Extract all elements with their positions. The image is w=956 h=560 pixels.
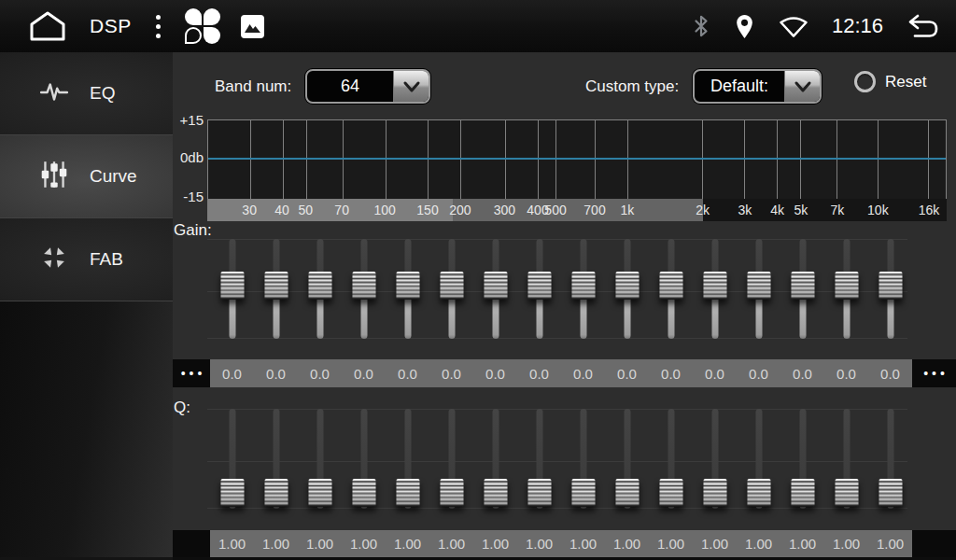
- frequency-axis[interactable]: 304050701001502003004005007001k2k3k4k5k7…: [207, 199, 947, 221]
- gain-slider[interactable]: [561, 239, 605, 339]
- freq-tick-label: 700: [583, 203, 605, 217]
- q-slider[interactable]: [342, 409, 386, 509]
- gain-slider[interactable]: [737, 239, 780, 339]
- gain-slider[interactable]: [210, 239, 254, 339]
- q-slider[interactable]: [737, 409, 780, 509]
- gain-slider[interactable]: [342, 239, 386, 339]
- reset-button[interactable]: Reset: [854, 71, 926, 92]
- q-slider[interactable]: [693, 409, 737, 509]
- slider-thumb[interactable]: [264, 479, 288, 507]
- gain-slider[interactable]: [605, 239, 649, 339]
- freq-tick-label: 500: [544, 203, 566, 217]
- slider-thumb[interactable]: [879, 479, 902, 507]
- sidebar-filler: [0, 301, 173, 557]
- q-slider[interactable]: [386, 409, 429, 509]
- q-strip-left-cap: [173, 530, 210, 557]
- gain-slider[interactable]: [868, 239, 912, 339]
- gain-more-left-button[interactable]: •••: [173, 359, 210, 387]
- slider-thumb[interactable]: [703, 272, 726, 300]
- q-slider[interactable]: [649, 409, 693, 509]
- q-value: 1.00: [649, 530, 693, 557]
- q-slider[interactable]: [298, 409, 342, 509]
- q-slider[interactable]: [473, 409, 517, 509]
- gain-slider[interactable]: [386, 239, 429, 339]
- freq-tick-label: 50: [299, 203, 314, 217]
- q-slider[interactable]: [780, 409, 824, 509]
- q-slider[interactable]: [210, 409, 254, 509]
- overflow-menu-icon[interactable]: [152, 11, 164, 42]
- slider-thumb[interactable]: [527, 479, 551, 507]
- y-axis-label-top: +15: [173, 112, 204, 128]
- slider-thumb[interactable]: [484, 479, 507, 507]
- slider-thumb[interactable]: [703, 479, 726, 507]
- sidebar-item-curve[interactable]: Curve: [0, 135, 173, 218]
- slider-thumb[interactable]: [791, 479, 814, 507]
- back-icon[interactable]: [906, 13, 939, 39]
- slider-thumb[interactable]: [352, 272, 375, 300]
- q-slider[interactable]: [254, 409, 298, 509]
- wifi-icon[interactable]: [778, 14, 809, 39]
- slider-thumb[interactable]: [264, 272, 288, 300]
- gain-slider[interactable]: [693, 239, 737, 339]
- q-slider[interactable]: [605, 409, 649, 509]
- freq-tick-label: 300: [494, 203, 515, 217]
- sidebar-item-fab[interactable]: FAB: [0, 218, 173, 301]
- slider-thumb[interactable]: [484, 272, 507, 300]
- gallery-icon[interactable]: [241, 15, 264, 38]
- slider-thumb[interactable]: [835, 479, 858, 507]
- slider-thumb[interactable]: [747, 272, 770, 300]
- custom-type-dropdown[interactable]: Default:: [693, 69, 822, 104]
- sidebar-item-eq[interactable]: EQ: [0, 52, 173, 135]
- band-num-dropdown[interactable]: 64: [305, 69, 430, 104]
- gain-slider[interactable]: [649, 239, 693, 339]
- gain-slider[interactable]: [517, 239, 561, 339]
- slider-thumb[interactable]: [308, 272, 331, 300]
- gain-slider[interactable]: [824, 239, 868, 339]
- q-slider[interactable]: [517, 409, 561, 509]
- slider-thumb[interactable]: [571, 272, 595, 300]
- slider-thumb[interactable]: [352, 479, 375, 507]
- slider-thumb[interactable]: [527, 272, 551, 300]
- clock: 12:16: [832, 14, 883, 38]
- slider-thumb[interactable]: [747, 479, 770, 507]
- reset-radio-icon[interactable]: [854, 71, 876, 92]
- freq-tick-label: 40: [274, 203, 289, 217]
- slider-thumb[interactable]: [571, 479, 595, 507]
- slider-thumb[interactable]: [396, 272, 419, 300]
- slider-thumb[interactable]: [615, 272, 639, 300]
- gain-slider[interactable]: [780, 239, 824, 339]
- slider-thumb[interactable]: [615, 479, 639, 507]
- slider-thumb[interactable]: [791, 272, 814, 300]
- q-slider[interactable]: [868, 409, 912, 509]
- slider-thumb[interactable]: [440, 479, 463, 507]
- slider-thumb[interactable]: [308, 479, 331, 507]
- q-slider[interactable]: [561, 409, 605, 509]
- chevron-down-icon[interactable]: [393, 71, 429, 102]
- slider-thumb[interactable]: [835, 272, 858, 300]
- eq-curve-plot[interactable]: [207, 119, 947, 199]
- q-slider[interactable]: [429, 409, 473, 509]
- gain-slider[interactable]: [429, 239, 473, 339]
- clover-apps-icon[interactable]: [185, 8, 220, 44]
- gain-slider[interactable]: [298, 239, 342, 339]
- bluetooth-icon[interactable]: [691, 12, 711, 40]
- gain-more-right-button[interactable]: •••: [912, 359, 956, 387]
- gain-value: 0.0: [780, 359, 824, 387]
- q-slider[interactable]: [824, 409, 868, 509]
- slider-thumb[interactable]: [440, 272, 463, 300]
- page-title: DSP: [90, 15, 132, 37]
- slider-thumb[interactable]: [659, 479, 682, 507]
- slider-thumb[interactable]: [220, 272, 244, 300]
- slider-thumb[interactable]: [659, 272, 682, 300]
- chevron-down-icon[interactable]: [784, 71, 820, 102]
- slider-thumb[interactable]: [879, 272, 902, 300]
- q-value: 1.00: [254, 530, 298, 557]
- sidebar-item-label: EQ: [90, 83, 115, 104]
- location-icon[interactable]: [734, 13, 755, 40]
- home-icon[interactable]: [26, 9, 69, 43]
- gain-slider[interactable]: [473, 239, 517, 339]
- slider-thumb[interactable]: [396, 479, 419, 507]
- gain-slider[interactable]: [254, 239, 298, 339]
- q-slider-row: [210, 409, 912, 509]
- slider-thumb[interactable]: [220, 479, 244, 507]
